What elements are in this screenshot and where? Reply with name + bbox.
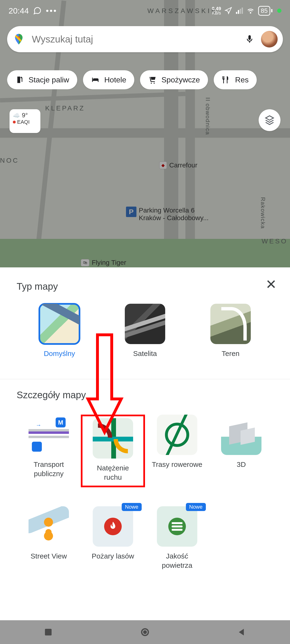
map-details-grid: M→ Transportpubliczny Natężenieruchu Tra… — [0, 400, 290, 580]
account-avatar[interactable] — [261, 31, 278, 48]
detail-streetview-label: Street View — [31, 552, 67, 561]
svg-rect-1 — [45, 629, 52, 636]
detail-wildfires-thumb — [93, 506, 133, 547]
weather-widget[interactable]: ☁️9° EAQI — [10, 109, 41, 133]
detail-streetview[interactable]: Street View — [17, 506, 81, 570]
weather-temp: 9° — [22, 112, 28, 119]
neighborhood-wesol: WESO — [261, 238, 288, 245]
chip-restaurants-label: Res — [235, 76, 249, 84]
map-type-satellite[interactable]: Satelita — [102, 304, 188, 358]
layers-icon — [264, 115, 275, 126]
parking-icon: P — [126, 206, 136, 217]
poi-carrefour-label: Carrefour — [169, 162, 197, 169]
nav-back-button[interactable] — [237, 627, 247, 637]
detail-traffic-thumb — [93, 418, 133, 458]
detail-air-quality-label: Jakośćpowietrza — [162, 552, 192, 570]
detail-wildfires-label: Pożary lasów — [92, 552, 134, 561]
location-icon — [224, 7, 232, 14]
layers-bottom-sheet: ✕ Typ mapy Domyślny Satelita Teren Szcze… — [0, 268, 290, 620]
chip-grocery[interactable]: Spożywcze — [140, 70, 208, 89]
road-label-ring: II obwodnica — [204, 97, 211, 135]
chip-gas-label: Stacje paliw — [29, 76, 69, 84]
map-type-default[interactable]: Domyślny — [17, 304, 102, 358]
road-label-rakowicka: Rakowicka — [259, 197, 266, 229]
close-button[interactable]: ✕ — [265, 278, 277, 291]
network-speed: 0,49KB/s — [212, 6, 221, 15]
map-details-heading: Szczegóły mapy — [0, 390, 290, 400]
section-divider — [0, 379, 290, 379]
weather-eaqi: EAQI — [13, 119, 37, 125]
poi-parking-label-1: Parking Worcella 6 — [139, 206, 209, 214]
poi-carrefour[interactable]: ◆ Carrefour — [159, 162, 197, 169]
search-bar[interactable] — [7, 26, 283, 52]
search-input[interactable] — [32, 34, 238, 45]
nav-recent-button[interactable] — [43, 627, 53, 637]
map-type-terrain-label: Teren — [221, 349, 239, 358]
detail-traffic-label: Natężenieruchu — [97, 463, 129, 482]
mic-icon[interactable] — [245, 33, 254, 46]
more-icon: ••• — [46, 6, 57, 16]
chip-grocery-label: Spożywcze — [161, 76, 200, 84]
badge-new: Nowe — [122, 503, 142, 511]
detail-3d[interactable]: 3D — [209, 414, 273, 487]
category-chips[interactable]: Stacje paliw Hotele Spożywcze Res — [7, 70, 290, 89]
chip-gas[interactable]: Stacje paliw — [7, 70, 77, 89]
nav-home-button[interactable] — [140, 627, 150, 637]
wifi-icon — [246, 6, 255, 15]
detail-bike[interactable]: Trasy rowerowe — [145, 414, 209, 487]
layers-button[interactable] — [259, 109, 280, 131]
neighborhood-noc: NOC — [0, 157, 19, 164]
status-bar: 20:44 ••• 0,49KB/s 85 — [0, 0, 290, 21]
chip-hotels-label: Hotele — [104, 76, 126, 84]
status-time: 20:44 — [9, 6, 29, 16]
detail-air-quality-thumb — [157, 506, 197, 547]
bed-icon — [91, 76, 100, 84]
detail-transit-thumb: M→ — [29, 414, 69, 455]
detail-air-quality[interactable]: Nowe Jakośćpowietrza — [145, 506, 209, 570]
gas-icon — [15, 76, 24, 84]
poi-flying-tiger[interactable]: 🛍 Flying Tiger — [81, 259, 126, 266]
cellular-icon — [235, 7, 243, 14]
privacy-dot-icon — [277, 8, 281, 13]
battery-indicator: 85 — [258, 6, 272, 16]
map-type-default-thumb — [39, 304, 80, 344]
restaurant-icon — [222, 76, 230, 84]
map-type-satellite-thumb — [125, 304, 165, 344]
detail-3d-thumb — [221, 414, 261, 455]
detail-bike-label: Trasy rowerowe — [152, 460, 202, 469]
badge-new: Nowe — [186, 503, 206, 511]
system-nav-bar — [0, 620, 290, 644]
map-type-terrain-thumb — [210, 304, 251, 344]
poi-flying-tiger-label: Flying Tiger — [92, 259, 126, 266]
map-type-terrain[interactable]: Teren — [188, 304, 273, 358]
map-type-grid: Domyślny Satelita Teren — [0, 292, 290, 368]
maps-logo-icon — [12, 33, 25, 46]
chip-hotels[interactable]: Hotele — [83, 70, 135, 89]
chip-restaurants[interactable]: Res — [214, 70, 257, 89]
cart-icon — [148, 76, 157, 84]
detail-traffic[interactable]: Natężenieruchu — [81, 414, 145, 487]
map-type-default-label: Domyślny — [44, 349, 75, 358]
map-type-heading: Typ mapy — [0, 281, 290, 292]
neighborhood-kleparz: KLEPARZ — [45, 104, 85, 112]
detail-bike-thumb — [157, 414, 197, 455]
poi-parking-label-2: Kraków - Całodobowy... — [139, 214, 209, 222]
whatsapp-icon — [33, 6, 42, 15]
map-type-satellite-label: Satelita — [133, 349, 157, 358]
svg-point-3 — [144, 631, 146, 634]
detail-streetview-thumb — [29, 506, 69, 547]
detail-transit-label: Transportpubliczny — [34, 460, 64, 478]
detail-transit[interactable]: M→ Transportpubliczny — [17, 414, 81, 487]
poi-parking[interactable]: P Parking Worcella 6 Kraków - Całodobowy… — [126, 206, 209, 222]
detail-3d-label: 3D — [237, 460, 246, 469]
detail-wildfires[interactable]: Nowe Pożary lasów — [81, 506, 145, 570]
